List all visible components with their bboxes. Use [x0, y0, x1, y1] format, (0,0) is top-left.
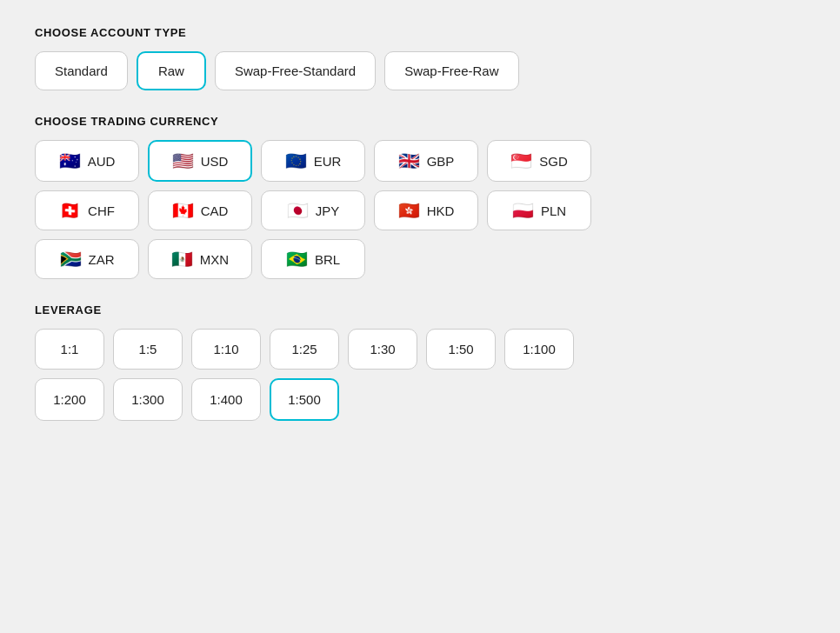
currency-usd[interactable]: 🇺🇸USD — [148, 140, 252, 182]
currency-row: 🇿🇦ZAR🇲🇽MXN🇧🇷BRL — [35, 239, 805, 279]
currency-row: 🇨🇭CHF🇨🇦CAD🇯🇵JPY🇭🇰HKD🇵🇱PLN — [35, 190, 805, 230]
leverage-label: LEVERAGE — [35, 303, 805, 316]
leverage-130[interactable]: 1:30 — [348, 329, 417, 370]
currency-label-jpy: JPY — [316, 203, 340, 218]
account-type-label: CHOOSE ACCOUNT TYPE — [35, 26, 805, 39]
currency-label: CHOOSE TRADING CURRENCY — [35, 115, 805, 128]
account-type-section: CHOOSE ACCOUNT TYPE StandardRawSwap-Free… — [35, 26, 805, 90]
currency-hkd[interactable]: 🇭🇰HKD — [374, 190, 478, 230]
leverage-1500[interactable]: 1:500 — [270, 378, 339, 421]
flag-zar-icon: 🇿🇦 — [60, 250, 82, 268]
flag-cad-icon: 🇨🇦 — [172, 202, 194, 219]
currency-label-brl: BRL — [315, 252, 340, 267]
leverage-15[interactable]: 1:5 — [113, 329, 183, 370]
currency-sgd[interactable]: 🇸🇬SGD — [487, 140, 591, 182]
currency-jpy[interactable]: 🇯🇵JPY — [261, 190, 365, 230]
leverage-row: 1:11:51:101:251:301:501:100 — [35, 329, 805, 370]
currency-label-pln: PLN — [541, 203, 566, 218]
flag-eur-icon: 🇪🇺 — [285, 152, 307, 170]
currency-section: CHOOSE TRADING CURRENCY 🇦🇺AUD🇺🇸USD🇪🇺EUR🇬… — [35, 115, 805, 279]
currency-pln[interactable]: 🇵🇱PLN — [487, 190, 591, 230]
flag-mxn-icon: 🇲🇽 — [171, 250, 193, 268]
currency-label-usd: USD — [201, 154, 229, 169]
flag-chf-icon: 🇨🇭 — [59, 202, 81, 219]
currency-zar[interactable]: 🇿🇦ZAR — [35, 239, 139, 279]
leverage-options: 1:11:51:101:251:301:501:1001:2001:3001:4… — [35, 329, 805, 421]
currency-label-cad: CAD — [201, 203, 229, 218]
currency-label-hkd: HKD — [427, 203, 455, 218]
leverage-1200[interactable]: 1:200 — [35, 378, 104, 421]
flag-pln-icon: 🇵🇱 — [512, 202, 534, 219]
flag-sgd-icon: 🇸🇬 — [510, 152, 532, 170]
leverage-150[interactable]: 1:50 — [426, 329, 496, 370]
account-type-swap-free-standard[interactable]: Swap-Free-Standard — [215, 51, 376, 90]
currency-aud[interactable]: 🇦🇺AUD — [35, 140, 139, 182]
flag-aud-icon: 🇦🇺 — [59, 152, 81, 170]
flag-usd-icon: 🇺🇸 — [172, 152, 194, 170]
flag-jpy-icon: 🇯🇵 — [287, 202, 309, 219]
page-container: CHOOSE ACCOUNT TYPE StandardRawSwap-Free… — [35, 26, 805, 421]
currency-label-zar: ZAR — [89, 252, 115, 267]
currency-label-chf: CHF — [88, 203, 115, 218]
currency-label-gbp: GBP — [427, 154, 455, 169]
currency-label-aud: AUD — [88, 154, 116, 169]
account-type-raw[interactable]: Raw — [137, 51, 206, 90]
leverage-row: 1:2001:3001:4001:500 — [35, 378, 805, 421]
leverage-11[interactable]: 1:1 — [35, 329, 104, 370]
leverage-1100[interactable]: 1:100 — [504, 329, 574, 370]
currency-brl[interactable]: 🇧🇷BRL — [261, 239, 365, 279]
currency-label-sgd: SGD — [539, 154, 568, 169]
currency-label-mxn: MXN — [200, 252, 229, 267]
leverage-1400[interactable]: 1:400 — [191, 378, 261, 421]
account-type-options: StandardRawSwap-Free-StandardSwap-Free-R… — [35, 51, 805, 90]
account-type-standard[interactable]: Standard — [35, 51, 128, 90]
flag-gbp-icon: 🇬🇧 — [398, 152, 420, 170]
currency-row: 🇦🇺AUD🇺🇸USD🇪🇺EUR🇬🇧GBP🇸🇬SGD — [35, 140, 805, 182]
currency-options: 🇦🇺AUD🇺🇸USD🇪🇺EUR🇬🇧GBP🇸🇬SGD🇨🇭CHF🇨🇦CAD🇯🇵JPY… — [35, 140, 805, 279]
currency-cad[interactable]: 🇨🇦CAD — [148, 190, 252, 230]
leverage-110[interactable]: 1:10 — [191, 329, 261, 370]
currency-label-eur: EUR — [314, 154, 342, 169]
leverage-section: LEVERAGE 1:11:51:101:251:301:501:1001:20… — [35, 303, 805, 421]
leverage-125[interactable]: 1:25 — [270, 329, 339, 370]
currency-chf[interactable]: 🇨🇭CHF — [35, 190, 139, 230]
account-type-swap-free-raw[interactable]: Swap-Free-Raw — [384, 51, 518, 90]
flag-hkd-icon: 🇭🇰 — [398, 202, 420, 219]
currency-mxn[interactable]: 🇲🇽MXN — [148, 239, 252, 279]
currency-eur[interactable]: 🇪🇺EUR — [261, 140, 365, 182]
currency-gbp[interactable]: 🇬🇧GBP — [374, 140, 478, 182]
flag-brl-icon: 🇧🇷 — [286, 250, 308, 268]
leverage-1300[interactable]: 1:300 — [113, 378, 183, 421]
